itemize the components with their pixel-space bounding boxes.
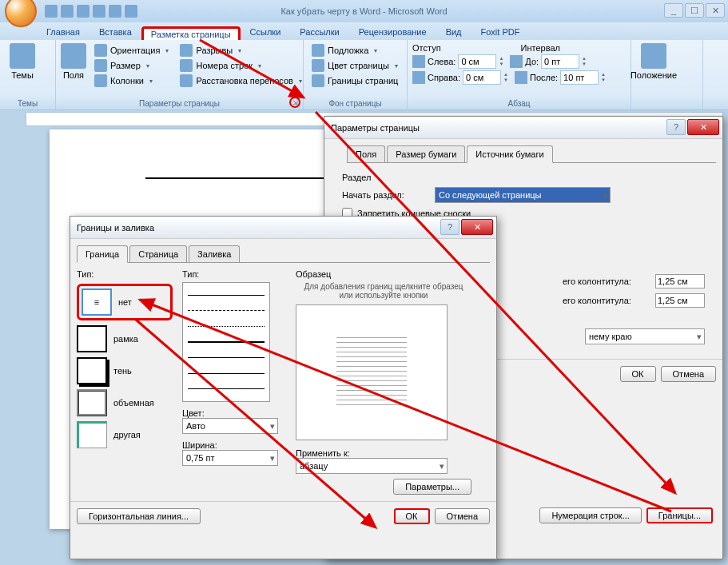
width-combo[interactable]: 0,75 пт (182, 450, 278, 466)
border-type-box[interactable]: рамка (77, 325, 173, 352)
qat-redo-icon[interactable] (77, 5, 90, 18)
indent-left-input[interactable] (458, 54, 496, 69)
3d-icon (77, 389, 107, 416)
maximize-button[interactable]: ☐ (685, 3, 704, 18)
page-color-button[interactable]: Цвет страницы (308, 58, 401, 73)
custom-icon (77, 421, 107, 448)
section-start-combo[interactable]: Со следующей страницы (435, 187, 611, 203)
tab-layout-source[interactable]: Источник бумаги (467, 145, 552, 163)
watermark-button[interactable]: Подложка (308, 43, 401, 58)
page-borders-icon (312, 74, 324, 87)
qat-undo-icon[interactable] (61, 5, 74, 18)
qat-icon[interactable] (93, 5, 105, 18)
position-button[interactable]: Положение (636, 43, 671, 106)
hyphenation-button[interactable]: Расстановка переносов (177, 74, 304, 88)
border-preview[interactable] (296, 304, 448, 440)
dialog-title: Параметры страницы (331, 123, 420, 133)
close-button[interactable]: ✕ (706, 3, 725, 18)
cancel-button[interactable]: Отмена (435, 508, 490, 524)
preview-content (336, 337, 407, 408)
columns-icon (94, 74, 107, 87)
indent-label: Отступ (412, 43, 441, 53)
qat-icon[interactable] (109, 5, 121, 18)
qat-save-icon[interactable] (45, 5, 58, 18)
dialog-help-button[interactable]: ? (666, 119, 686, 135)
columns-button[interactable]: Колонки (91, 74, 172, 88)
tab-paper[interactable]: Размер бумаги (387, 145, 465, 162)
spinner[interactable]: ▲▼ (601, 72, 606, 83)
spacing-before-input[interactable] (541, 54, 579, 69)
ok-button[interactable]: ОК (620, 366, 656, 382)
options-button[interactable]: Параметры... (393, 479, 471, 495)
borders-button[interactable]: Границы... (646, 507, 713, 523)
ok-button[interactable]: ОК (394, 508, 430, 524)
box-icon (77, 325, 107, 352)
tab-page-border[interactable]: Страница (129, 245, 187, 262)
type-label: Тип: (77, 269, 173, 279)
tab-home[interactable]: Главная (37, 24, 90, 40)
line-numbers-button[interactable]: Номера строк (177, 58, 304, 73)
group-themes-label: Темы (0, 99, 55, 108)
dialog-close-button[interactable]: ✕ (687, 119, 719, 135)
size-button[interactable]: Размер (91, 58, 172, 73)
border-type-3d[interactable]: объемная (77, 389, 173, 416)
cancel-button[interactable]: Отмена (661, 366, 716, 382)
spacing-after-input[interactable] (560, 70, 599, 85)
header-distance-input[interactable] (655, 274, 705, 288)
apply-to-label: Применить к: (296, 448, 471, 458)
vertical-align-combo[interactable]: нему краю (585, 328, 705, 344)
tab-shading[interactable]: Заливка (189, 245, 240, 262)
footer-distance-label: его колонтитула: (563, 296, 650, 305)
line-numbers-button[interactable]: Нумерация строк... (539, 507, 641, 523)
orientation-button[interactable]: Ориентация (91, 43, 172, 58)
width-label: Ширина: (182, 440, 286, 450)
apply-to-combo[interactable]: абзацу (296, 458, 448, 474)
section-group-label: Раздел (342, 173, 705, 182)
page-color-icon (312, 59, 324, 72)
spinner[interactable]: ▲▼ (503, 72, 508, 83)
tab-references[interactable]: Ссылки (241, 24, 291, 40)
orientation-icon (94, 44, 107, 57)
spacing-before-icon (510, 55, 523, 68)
themes-button[interactable]: Темы (5, 43, 40, 106)
footer-distance-input[interactable] (655, 293, 705, 308)
tab-insert[interactable]: Вставка (90, 24, 141, 40)
page-borders-button[interactable]: Границы страниц (308, 74, 401, 88)
tab-review[interactable]: Рецензирование (349, 24, 436, 40)
dialog-close-button[interactable]: ✕ (461, 219, 493, 235)
tab-mailings[interactable]: Рассылки (290, 24, 348, 40)
margins-icon (61, 43, 86, 69)
tab-foxit[interactable]: Foxit PDF (471, 24, 530, 40)
spinner[interactable]: ▲▼ (582, 56, 587, 67)
margins-button[interactable]: Поля (61, 43, 86, 106)
spacing-after-icon (515, 71, 527, 84)
dialog-title: Границы и заливка (77, 223, 154, 233)
color-label: Цвет: (182, 408, 286, 418)
position-icon (641, 43, 666, 69)
group-page-background-label: Фон страницы (304, 99, 407, 108)
breaks-button[interactable]: Разрывы (177, 43, 304, 58)
line-numbers-icon (180, 59, 193, 72)
horizontal-line-button[interactable]: Горизонтальная линия... (77, 508, 201, 524)
tab-border[interactable]: Граница (77, 245, 128, 263)
window-title: Как убрать черту в Word - Microsoft Word (280, 6, 447, 16)
size-icon (94, 59, 107, 72)
border-type-none[interactable]: ≡нет (77, 284, 173, 320)
spacing-label: Интервал (521, 43, 560, 53)
border-type-shadow[interactable]: тень (77, 357, 173, 384)
qat-icon[interactable] (125, 5, 137, 18)
breaks-icon (180, 44, 193, 57)
dialog-help-button[interactable]: ? (440, 219, 459, 235)
spinner[interactable]: ▲▼ (499, 56, 503, 67)
indent-right-icon (412, 71, 425, 84)
color-combo[interactable]: Авто (182, 418, 278, 434)
tab-margins[interactable]: Поля (347, 145, 385, 162)
tab-view[interactable]: Вид (436, 24, 471, 40)
page-setup-dialog-launcher[interactable]: ⇲ (289, 97, 300, 108)
indent-right-input[interactable] (463, 70, 501, 85)
tab-page-layout[interactable]: Разметка страницы (141, 26, 241, 40)
hyphenation-icon (180, 74, 193, 87)
line-style-list[interactable] (182, 282, 270, 402)
border-type-custom[interactable]: другая (77, 421, 173, 448)
minimize-button[interactable]: _ (664, 3, 683, 18)
